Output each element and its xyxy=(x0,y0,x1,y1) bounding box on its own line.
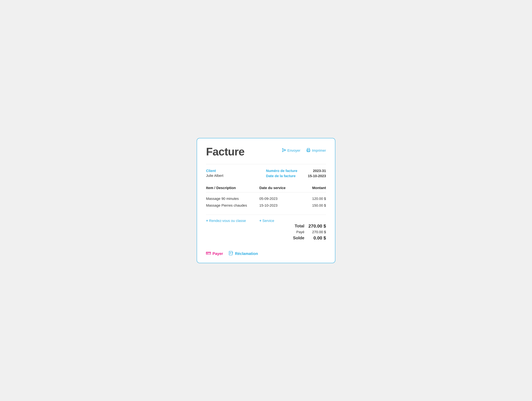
balance-value: 0.00 $ xyxy=(308,235,326,241)
total-value: 270.00 $ xyxy=(308,223,326,229)
header: Facture Envoyer xyxy=(206,146,326,157)
send-icon xyxy=(282,148,286,153)
claim-label: Réclamation xyxy=(235,251,258,256)
print-label: Imprimer xyxy=(312,148,326,153)
row-description: Massage Pierres chaudes xyxy=(206,204,260,208)
row-amount: 120.00 $ xyxy=(299,197,326,201)
pay-button[interactable]: Payer xyxy=(206,251,223,256)
client-label: Client xyxy=(206,169,266,173)
client-name: Julie Albert xyxy=(206,174,266,178)
svg-rect-9 xyxy=(229,251,232,255)
totals-section: Total 270.00 $ Payé 270.00 $ Solde 0.00 … xyxy=(260,223,326,241)
col-date-header: Date du service xyxy=(260,186,299,190)
paid-label: Payé xyxy=(260,230,304,234)
invoice-info-section: Numéro de facture 2023-31 Date de la fac… xyxy=(266,169,326,178)
footer-section: + Rendez-vous ou classe + Service Total … xyxy=(206,215,326,241)
invoice-number-value: 2023-31 xyxy=(308,169,326,173)
invoice-table: Item / Description Date du service Monta… xyxy=(206,186,326,209)
add-appointment-label: Rendez-vous ou classe xyxy=(209,219,246,223)
pay-label: Payer xyxy=(212,251,223,256)
row-date: 05-09-2023 xyxy=(260,197,299,201)
plus-icon-service: + xyxy=(260,219,261,223)
svg-point-5 xyxy=(307,150,308,150)
balance-label: Solde xyxy=(260,235,304,241)
svg-rect-8 xyxy=(207,253,208,254)
row-description: Massage 90 minutes xyxy=(206,197,260,201)
pay-icon xyxy=(206,251,211,256)
invoice-date-label: Date de la facture xyxy=(266,174,304,178)
header-actions: Envoyer Imprimer xyxy=(282,146,326,153)
col-description-header: Item / Description xyxy=(206,186,260,190)
send-button[interactable]: Envoyer xyxy=(282,148,300,153)
add-service-button[interactable]: + Service xyxy=(260,218,299,223)
meta-section: Client Julie Albert Numéro de facture 20… xyxy=(206,164,326,178)
table-row: Massage Pierres chaudes 15-10-2023 150.0… xyxy=(206,202,326,209)
row-date: 15-10-2023 xyxy=(260,204,299,208)
invoice-date-value: 15-10-2023 xyxy=(308,174,326,178)
paid-value: 270.00 $ xyxy=(308,230,326,234)
table-header: Item / Description Date du service Monta… xyxy=(206,186,326,192)
row-amount: 150.00 $ xyxy=(299,204,326,208)
col-amount-header: Montant xyxy=(299,186,326,190)
invoice-card: Facture Envoyer xyxy=(197,138,335,263)
table-rows: Massage 90 minutes 05-09-2023 120.00 $ M… xyxy=(206,195,326,209)
bottom-bar: Payer Réclamation xyxy=(206,248,326,256)
client-section: Client Julie Albert xyxy=(206,169,266,178)
page-title: Facture xyxy=(206,146,245,157)
invoice-number-label: Numéro de facture xyxy=(266,169,304,173)
claim-icon xyxy=(229,251,233,256)
send-label: Envoyer xyxy=(287,148,300,153)
add-appointment-button[interactable]: + Rendez-vous ou classe xyxy=(206,218,260,223)
claim-button[interactable]: Réclamation xyxy=(229,251,258,256)
svg-rect-7 xyxy=(206,253,211,253)
add-service-label: Service xyxy=(262,219,274,223)
print-icon xyxy=(306,148,311,153)
total-label: Total xyxy=(260,223,304,228)
table-row: Massage 90 minutes 05-09-2023 120.00 $ xyxy=(206,195,326,202)
plus-icon-appointment: + xyxy=(206,219,208,223)
print-button[interactable]: Imprimer xyxy=(306,148,326,153)
add-service-section: + Service xyxy=(260,218,299,223)
add-links: + Rendez-vous ou classe xyxy=(206,218,260,223)
